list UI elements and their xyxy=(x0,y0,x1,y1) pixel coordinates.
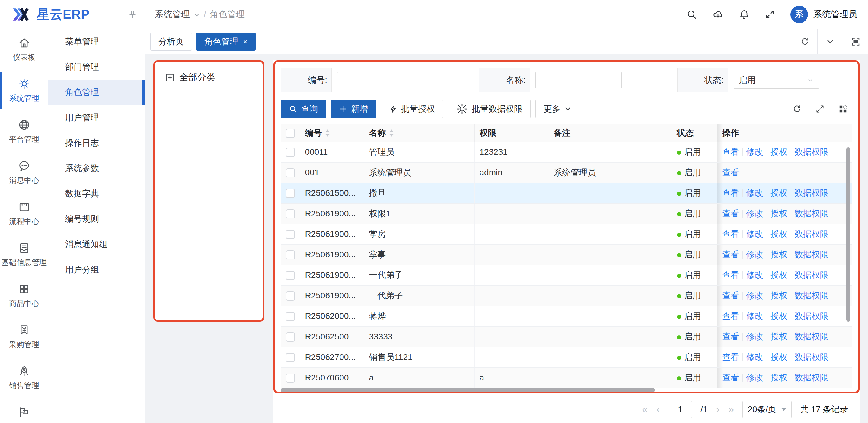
sidebar-item-仪表板[interactable]: 仪表板 xyxy=(0,29,48,70)
status-filter-select[interactable]: 启用 xyxy=(734,72,819,89)
table-row[interactable]: 001系统管理员admin系统管理员启用查看 xyxy=(281,162,852,183)
data-permission-link[interactable]: 数据权限 xyxy=(795,352,829,363)
page-number-input[interactable]: 1 xyxy=(669,401,692,418)
row-checkbox[interactable] xyxy=(286,148,295,157)
view-link[interactable]: 查看 xyxy=(722,167,739,178)
search-icon[interactable] xyxy=(687,9,697,20)
data-permission-link[interactable]: 数据权限 xyxy=(795,146,829,158)
horizontal-scrollbar[interactable] xyxy=(281,388,655,392)
table-row[interactable]: R25062500...33333启用查看修改授权数据权限 xyxy=(281,326,852,347)
cloud-download-icon[interactable] xyxy=(713,9,723,20)
view-link[interactable]: 查看 xyxy=(722,249,739,260)
data-permission-link[interactable]: 数据权限 xyxy=(795,290,829,301)
authorize-link[interactable]: 授权 xyxy=(771,228,787,240)
sidebar-item-基础信息管理[interactable]: 基础信息管理 xyxy=(0,234,48,275)
row-checkbox[interactable] xyxy=(286,230,295,239)
data-permission-link[interactable]: 数据权限 xyxy=(795,187,829,199)
menu-item-数据字典[interactable]: 数据字典 xyxy=(48,181,145,206)
view-link[interactable]: 查看 xyxy=(722,208,739,219)
edit-link[interactable]: 修改 xyxy=(746,269,763,281)
prev-page-button[interactable]: ‹ xyxy=(656,404,660,415)
authorize-link[interactable]: 授权 xyxy=(771,146,787,158)
批量授权-button[interactable]: 批量授权 xyxy=(381,100,443,118)
data-permission-link[interactable]: 数据权限 xyxy=(795,228,829,240)
plus-square-icon[interactable] xyxy=(165,73,175,82)
bell-icon[interactable] xyxy=(739,9,749,20)
view-link[interactable]: 查看 xyxy=(722,187,739,199)
table-row[interactable]: 00011管理员123231启用查看修改授权数据权限 xyxy=(281,142,852,162)
code-filter-input[interactable] xyxy=(337,72,424,88)
vertical-scrollbar[interactable] xyxy=(846,147,850,322)
refresh-icon[interactable] xyxy=(788,100,806,118)
data-permission-link[interactable]: 数据权限 xyxy=(795,269,829,281)
authorize-link[interactable]: 授权 xyxy=(771,290,787,301)
edit-link[interactable]: 修改 xyxy=(746,352,763,363)
table-row[interactable]: R25061900...权限1启用查看修改授权数据权限 xyxy=(281,203,852,224)
chevron-down-icon[interactable] xyxy=(817,29,843,54)
data-permission-link[interactable]: 数据权限 xyxy=(795,249,829,260)
row-checkbox[interactable] xyxy=(286,271,295,280)
table-row[interactable]: R25061500...撒旦启用查看修改授权数据权限 xyxy=(281,183,852,203)
查询-button[interactable]: 查询 xyxy=(281,100,326,118)
menu-item-系统参数[interactable]: 系统参数 xyxy=(48,156,145,181)
category-tree-root[interactable]: 全部分类 xyxy=(165,71,262,84)
refresh-icon[interactable] xyxy=(792,29,817,54)
column-settings-icon[interactable] xyxy=(834,100,852,118)
authorize-link[interactable]: 授权 xyxy=(771,311,787,322)
user-menu[interactable]: 系 系统管理员 xyxy=(790,6,857,23)
menu-item-部门管理[interactable]: 部门管理 xyxy=(48,54,145,80)
maximize-panel-icon[interactable] xyxy=(843,29,868,54)
sidebar-item-商品中心[interactable]: 商品中心 xyxy=(0,275,48,316)
select-all-checkbox[interactable] xyxy=(286,129,295,138)
menu-item-操作日志[interactable]: 操作日志 xyxy=(48,130,145,156)
page-size-select[interactable]: 20条/页 xyxy=(742,401,792,418)
row-checkbox[interactable] xyxy=(286,291,295,300)
sidebar-item-流程中心[interactable]: 流程中心 xyxy=(0,193,48,234)
data-permission-link[interactable]: 数据权限 xyxy=(795,311,829,322)
view-link[interactable]: 查看 xyxy=(722,228,739,240)
authorize-link[interactable]: 授权 xyxy=(771,352,787,363)
authorize-link[interactable]: 授权 xyxy=(771,372,787,384)
edit-link[interactable]: 修改 xyxy=(746,290,763,301)
table-row[interactable]: R25070600...aa启用查看修改授权数据权限 xyxy=(281,367,852,388)
view-link[interactable]: 查看 xyxy=(722,331,739,343)
row-checkbox[interactable] xyxy=(286,189,295,198)
column-header-name[interactable]: 名称 xyxy=(364,124,474,142)
edit-link[interactable]: 修改 xyxy=(746,249,763,260)
edit-link[interactable]: 修改 xyxy=(746,228,763,240)
row-checkbox[interactable] xyxy=(286,251,295,259)
sort-carets-icon[interactable] xyxy=(325,129,330,137)
authorize-link[interactable]: 授权 xyxy=(771,331,787,343)
更多-button[interactable]: 更多 xyxy=(535,100,580,118)
first-page-button[interactable]: « xyxy=(642,404,648,415)
fullscreen-icon[interactable] xyxy=(765,10,775,19)
breadcrumb-parent[interactable]: 系统管理 xyxy=(155,8,190,21)
avatar[interactable]: 系 xyxy=(790,6,808,23)
edit-link[interactable]: 修改 xyxy=(746,331,763,343)
table-row[interactable]: R25061900...一代弟子启用查看修改授权数据权限 xyxy=(281,265,852,285)
pin-icon[interactable] xyxy=(128,10,137,19)
view-link[interactable]: 查看 xyxy=(722,269,739,281)
table-row[interactable]: R25062700...销售员1121启用查看修改授权数据权限 xyxy=(281,347,852,367)
edit-link[interactable]: 修改 xyxy=(746,187,763,199)
menu-item-菜单管理[interactable]: 菜单管理 xyxy=(48,29,145,54)
row-checkbox[interactable] xyxy=(286,209,295,219)
view-link[interactable]: 查看 xyxy=(722,352,739,363)
sidebar-item-消息中心[interactable]: 消息中心 xyxy=(0,152,48,193)
view-link[interactable]: 查看 xyxy=(722,290,739,301)
新增-button[interactable]: 新增 xyxy=(331,100,376,118)
row-checkbox[interactable] xyxy=(286,332,295,341)
menu-item-消息通知组[interactable]: 消息通知组 xyxy=(48,232,145,257)
row-checkbox[interactable] xyxy=(286,353,295,362)
column-header-code[interactable]: 编号 xyxy=(300,124,364,142)
sidebar-item-平台管理[interactable]: 平台管理 xyxy=(0,111,48,152)
next-page-button[interactable]: › xyxy=(716,404,719,415)
view-link[interactable]: 查看 xyxy=(722,311,739,322)
table-row[interactable]: R25061900...掌事启用查看修改授权数据权限 xyxy=(281,245,852,265)
data-permission-link[interactable]: 数据权限 xyxy=(795,208,829,219)
name-filter-input[interactable] xyxy=(535,72,622,88)
view-link[interactable]: 查看 xyxy=(722,146,739,158)
table-row[interactable]: R25062000...蒋烨启用查看修改授权数据权限 xyxy=(281,306,852,326)
authorize-link[interactable]: 授权 xyxy=(771,208,787,219)
data-permission-link[interactable]: 数据权限 xyxy=(795,331,829,343)
